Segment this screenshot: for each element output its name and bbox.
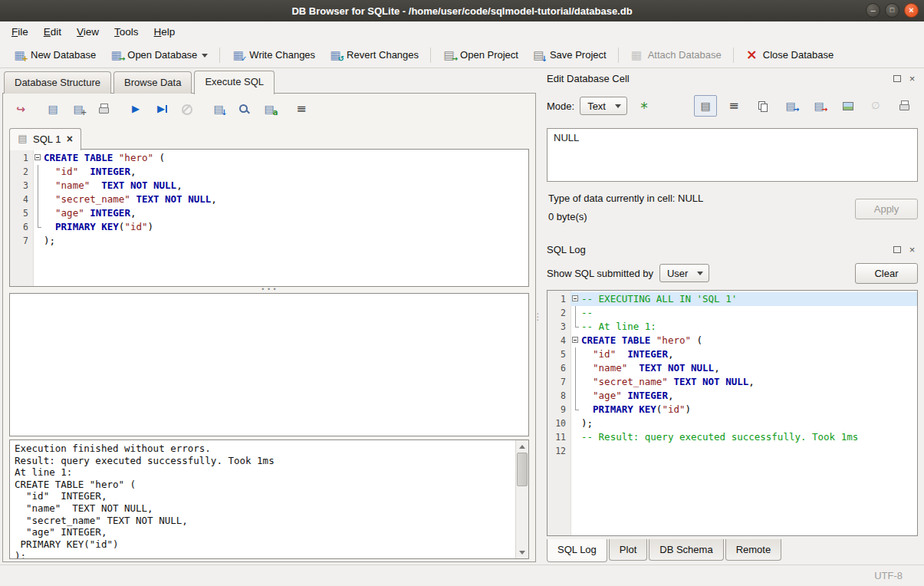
word-wrap-button[interactable] [290, 98, 313, 120]
sql-log-view[interactable]: 1-- EXECUTING ALL IN 'SQL 1'2--3-- At li… [547, 290, 918, 536]
line-number: 10 [547, 416, 571, 430]
copy-button[interactable] [751, 95, 774, 117]
message-line: "secret_name" TEXT NOT NULL, [15, 515, 515, 527]
sql-editor[interactable]: 1CREATE TABLE "hero" (2 "id" INTEGER,3 "… [9, 149, 529, 287]
export-button[interactable] [807, 95, 830, 117]
word-wrap-button[interactable] [722, 95, 745, 117]
menu-file[interactable]: File [5, 23, 35, 41]
fold-mid-icon [571, 361, 581, 375]
execute-all-button[interactable] [124, 98, 147, 120]
token: ) [686, 403, 692, 415]
menu-view[interactable]: View [70, 23, 106, 41]
scroll-down-icon[interactable] [516, 547, 528, 558]
new-database-button[interactable]: New Database [6, 46, 103, 64]
save-sql-file-button[interactable] [41, 98, 64, 120]
dock-tab-db-schema[interactable]: DB Schema [649, 539, 723, 561]
message-line: "id" INTEGER, [15, 490, 515, 502]
token: TEXT NOT NULL [101, 179, 176, 191]
revert-changes-icon [329, 49, 342, 61]
scroll-up-icon[interactable] [516, 441, 528, 452]
execute-line-button[interactable] [150, 98, 173, 120]
apply-button[interactable]: Apply [855, 199, 918, 219]
revert-changes-button[interactable]: Revert Changes [322, 46, 426, 64]
print-button[interactable] [893, 95, 916, 117]
fold-start-icon[interactable] [33, 151, 44, 165]
cell-editor[interactable]: NULL [547, 128, 918, 182]
menu-edit[interactable]: Edit [37, 23, 68, 41]
line-number: 5 [10, 206, 33, 220]
close-button[interactable]: × [904, 3, 919, 18]
menu-help[interactable]: Help [147, 23, 182, 41]
dock-tab-remote[interactable]: Remote [725, 539, 782, 561]
scroll-thumb[interactable] [517, 453, 528, 486]
splitter-handle[interactable] [9, 287, 529, 291]
float-dock-icon[interactable] [891, 73, 903, 84]
float-dock-icon[interactable] [891, 244, 903, 255]
import-button[interactable] [779, 95, 802, 117]
tab-browse-data[interactable]: Browse Data [113, 71, 192, 94]
code-line: 10); [547, 416, 917, 430]
fold-mid-icon [571, 347, 581, 361]
settings-button[interactable] [633, 95, 656, 117]
write-changes-button[interactable]: Write Changes [225, 46, 322, 64]
image-button[interactable] [836, 95, 859, 117]
minimize-button[interactable]: – [866, 3, 880, 18]
token: , [211, 193, 217, 205]
tab-database-structure[interactable]: Database Structure [4, 71, 111, 94]
chevron-down-icon [697, 272, 703, 278]
attach-database-button: Attach Database [623, 46, 728, 64]
line-body: CREATE TABLE "hero" ( [571, 334, 917, 347]
messages-scrollbar[interactable] [515, 440, 528, 558]
close-tab-icon[interactable] [64, 133, 74, 145]
open-project-icon [442, 49, 455, 61]
edit-cell-dock-title: Edit Database Cell [547, 70, 918, 87]
save-results-button[interactable] [207, 98, 230, 120]
message-line: PRIMARY KEY("id") [15, 538, 515, 551]
text-document-button[interactable] [694, 95, 717, 117]
code-text: ); [581, 416, 593, 430]
token: ) [148, 221, 154, 232]
save-sql-as-button[interactable] [67, 98, 90, 120]
open-sql-file-button[interactable] [9, 98, 32, 120]
close-database-button[interactable]: Close Database [738, 46, 841, 64]
menu-tools[interactable]: Tools [107, 23, 146, 41]
pane-splitter[interactable] [535, 68, 541, 565]
save-project-button[interactable]: Save Project [525, 46, 613, 64]
auto-format-button[interactable] [258, 98, 281, 120]
token: INTEGER [627, 348, 668, 360]
close-dock-icon[interactable] [906, 244, 918, 255]
open-database-button[interactable]: Open Database [103, 46, 215, 64]
fold-start-icon[interactable] [571, 334, 581, 347]
log-filter-select[interactable]: User [659, 264, 709, 282]
word-wrap-icon [295, 103, 308, 115]
maximize-button[interactable]: □ [885, 3, 899, 18]
titlebar[interactable]: DB Browser for SQLite - /home/user/code/… [0, 0, 924, 22]
dock-tab-plot[interactable]: Plot [609, 539, 647, 561]
fold-column [571, 444, 581, 458]
dock-tab-sql-log[interactable]: SQL Log [547, 539, 607, 562]
token [616, 348, 627, 360]
execute-all-icon [130, 103, 143, 115]
fold-start-icon[interactable] [571, 292, 581, 306]
close-dock-icon[interactable] [906, 73, 918, 84]
execute-sql-pane: Database StructureBrowse DataExecute SQL… [0, 68, 538, 565]
find-replace-button[interactable] [232, 98, 255, 120]
token: "id" [124, 221, 147, 232]
dock-tabs: SQL LogPlotDB SchemaRemote [547, 539, 918, 562]
sql-tab[interactable]: SQL 1 [9, 128, 81, 150]
print-button[interactable] [92, 98, 115, 120]
mode-select[interactable]: Text [580, 97, 627, 115]
clear-button[interactable]: Clear [855, 263, 918, 284]
message-line: At line 1: [15, 466, 515, 479]
line-body: "secret_name" TEXT NOT NULL, [33, 193, 528, 206]
message-line: "age" INTEGER, [15, 526, 515, 538]
open-project-button[interactable]: Open Project [436, 46, 525, 64]
settings-icon [637, 100, 650, 112]
main-area: Database StructureBrowse DataExecute SQL… [0, 68, 924, 565]
stop-icon [180, 103, 193, 115]
token: -- Result: query executed successfully. … [581, 431, 858, 443]
token: INTEGER [627, 390, 668, 401]
line-number: 3 [10, 179, 33, 193]
tab-execute-sql[interactable]: Execute SQL [194, 71, 275, 94]
token: ); [581, 417, 593, 429]
